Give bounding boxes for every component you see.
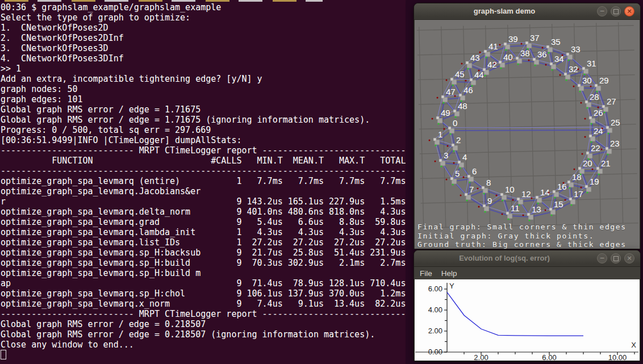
pose-graph-canvas: 0123456789101112131415161718192021222324… (415, 20, 640, 249)
graph-3d-viewport[interactable]: 0123456789101112131415161718192021222324… (415, 20, 640, 249)
svg-text:2.00: 2.00 (474, 353, 488, 361)
svg-text:10: 10 (505, 185, 515, 194)
maximize-icon[interactable] (611, 253, 621, 263)
svg-text:27: 27 (607, 97, 616, 106)
menu-file[interactable]: File (420, 269, 432, 278)
svg-text:15: 15 (554, 199, 563, 209)
plot-window-buttons: − × (597, 253, 634, 263)
svg-text:X: X (631, 341, 636, 349)
terminal-window[interactable]: 00:36 $ graphslam_example/graphslam_exam… (0, 0, 406, 364)
svg-text:37: 37 (530, 33, 540, 43)
svg-text:8: 8 (486, 178, 491, 187)
svg-text:20: 20 (583, 158, 592, 168)
svg-text:45: 45 (455, 69, 465, 79)
minimize-icon[interactable]: − (597, 6, 607, 16)
plot-canvas-area[interactable]: 2.006.0010.000.002.004.006.00XY (415, 279, 640, 361)
svg-text:4.00: 4.00 (428, 306, 442, 314)
terminal-cursor (1, 350, 6, 359)
svg-text:7: 7 (469, 185, 474, 194)
svg-text:29: 29 (599, 76, 609, 85)
svg-text:49: 49 (441, 108, 450, 118)
svg-text:36: 36 (537, 49, 547, 59)
svg-text:32: 32 (569, 64, 578, 74)
graph-slam-demo-window: graph-slam demo − × 01234567891011121314… (414, 3, 641, 249)
maximize-icon[interactable] (611, 6, 621, 16)
svg-text:24: 24 (594, 126, 603, 136)
svg-text:13: 13 (532, 204, 541, 214)
svg-text:Y: Y (449, 282, 454, 290)
svg-text:38: 38 (520, 48, 530, 58)
svg-text:6.00: 6.00 (428, 284, 442, 293)
minimize-icon[interactable]: − (597, 253, 607, 263)
svg-text:40: 40 (503, 52, 513, 62)
svg-text:2: 2 (456, 135, 461, 145)
svg-text:2.00: 2.00 (428, 327, 442, 335)
svg-text:21: 21 (601, 158, 611, 168)
svg-text:11: 11 (511, 203, 520, 213)
svg-text:5: 5 (455, 169, 460, 178)
plot-window-titlebar[interactable]: Evolution of log(sq. error) − × (414, 250, 640, 267)
svg-text:0: 0 (453, 118, 457, 128)
svg-text:28: 28 (590, 92, 599, 102)
svg-text:35: 35 (551, 37, 561, 47)
svg-text:25: 25 (611, 118, 620, 127)
graph-legend-text: Final graph: Small corners & thin edges … (417, 223, 627, 249)
svg-text:16: 16 (557, 182, 567, 191)
svg-text:43: 43 (470, 53, 480, 62)
svg-text:39: 39 (508, 34, 518, 44)
svg-text:46: 46 (464, 85, 473, 95)
plot-window-title: Evolution of log(sq. error) (414, 250, 595, 266)
svg-text:12: 12 (521, 189, 531, 199)
close-icon[interactable]: × (624, 253, 634, 263)
svg-text:42: 42 (487, 60, 497, 69)
graph-window-title: graph-slam demo (414, 3, 595, 19)
clipped-previous-line (5, 0, 323, 2)
svg-text:22: 22 (591, 143, 600, 153)
svg-text:44: 44 (474, 70, 484, 80)
svg-text:48: 48 (458, 101, 467, 111)
svg-text:10.00: 10.00 (608, 353, 627, 361)
svg-text:19: 19 (590, 177, 599, 186)
svg-text:41: 41 (488, 41, 498, 51)
svg-text:6: 6 (472, 166, 477, 176)
error-plot-window: Evolution of log(sq. error) − × File Hel… (414, 250, 641, 361)
close-icon[interactable]: × (624, 6, 634, 16)
svg-text:23: 23 (610, 139, 620, 148)
svg-text:1: 1 (438, 129, 442, 139)
svg-text:31: 31 (587, 58, 596, 68)
svg-text:17: 17 (574, 189, 583, 199)
menu-help[interactable]: Help (441, 269, 457, 278)
svg-text:26: 26 (594, 108, 603, 118)
svg-text:6.00: 6.00 (542, 353, 556, 361)
graph-window-buttons: − × (597, 6, 634, 16)
svg-text:3: 3 (444, 150, 448, 160)
svg-text:0.00: 0.00 (428, 348, 442, 356)
error-curve-canvas: 2.006.0010.000.002.004.006.00XY (415, 279, 640, 361)
desktop: { "terminal": { "lines": [ "00:36 $ grap… (0, 0, 643, 364)
plot-menubar: File Help (414, 267, 640, 280)
graph-window-titlebar[interactable]: graph-slam demo − × (414, 3, 640, 20)
svg-text:4: 4 (462, 152, 467, 162)
svg-text:9: 9 (487, 196, 492, 206)
svg-text:30: 30 (582, 76, 592, 85)
svg-text:34: 34 (554, 54, 564, 64)
terminal-output: 00:36 $ graphslam_example/graphslam_exam… (0, 0, 406, 350)
svg-text:33: 33 (571, 44, 581, 54)
svg-text:47: 47 (446, 87, 456, 97)
